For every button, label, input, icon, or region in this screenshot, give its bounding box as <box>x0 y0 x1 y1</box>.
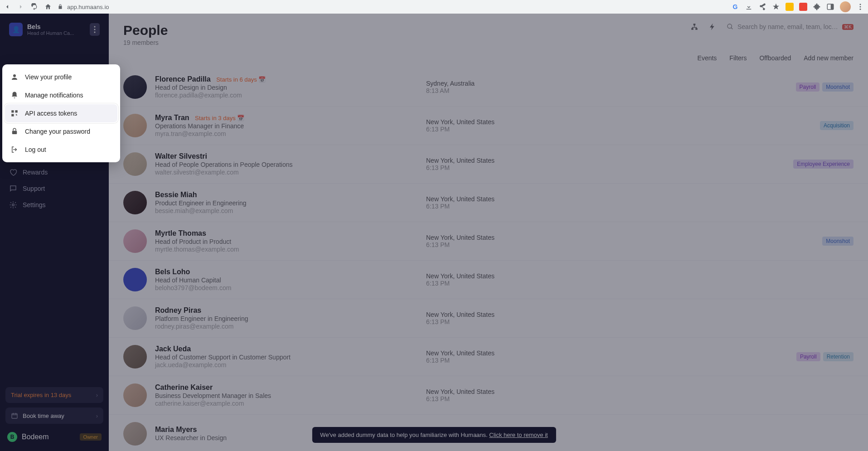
person-time: 8:13 AM <box>426 87 535 94</box>
lock-icon <box>57 4 63 10</box>
person-email: catherine.kaiser@example.com <box>155 400 418 407</box>
person-row[interactable]: Walter Silvestri Head of People Operatio… <box>109 145 868 184</box>
svg-rect-15 <box>691 28 693 30</box>
browser-menu-icon[interactable] <box>856 3 864 11</box>
person-row[interactable]: Myra Tran Starts in 3 days 📅 Operations … <box>109 107 868 145</box>
toolbar-filters[interactable]: Filters <box>729 54 747 62</box>
dropdown-view-profile[interactable]: View your profile <box>2 68 120 86</box>
browser-profile-avatar[interactable] <box>840 1 851 12</box>
svg-rect-1 <box>831 4 834 10</box>
sidebar-item-rewards[interactable]: Rewards <box>5 164 103 180</box>
chevron-right-icon: › <box>96 392 98 398</box>
person-avatar <box>123 345 147 369</box>
person-avatar <box>123 152 147 176</box>
svg-point-4 <box>860 9 861 10</box>
person-avatar <box>123 268 147 291</box>
reload-icon[interactable] <box>31 3 38 10</box>
svg-point-12 <box>12 204 15 206</box>
lock-icon <box>10 127 19 136</box>
toolbar-events[interactable]: Events <box>698 54 717 62</box>
person-time: 6:13 PM <box>426 357 535 364</box>
person-row[interactable]: Bels Loho Head of Human Capital beloho37… <box>109 261 868 299</box>
dropdown-notifications[interactable]: Manage notifications <box>2 86 120 104</box>
dropdown-label: Log out <box>25 146 46 153</box>
person-email: rodney.piras@example.com <box>155 323 418 330</box>
person-time: 6:13 PM <box>426 164 535 171</box>
member-count: 19 members <box>123 39 168 46</box>
person-avatar <box>123 306 147 330</box>
bolt-icon[interactable] <box>708 23 717 31</box>
person-location: New York, United States <box>426 118 535 126</box>
svg-rect-19 <box>11 110 14 112</box>
search-box[interactable]: Search by name, email, team, location ⌘K <box>727 23 853 30</box>
toast-link[interactable]: Click here to remove it <box>489 432 548 438</box>
svg-rect-14 <box>693 24 696 25</box>
person-avatar <box>123 75 147 99</box>
toolbar-offboarded[interactable]: Offboarded <box>759 54 791 62</box>
person-name: Maria Myers <box>155 426 197 433</box>
toolbar-add-member[interactable]: Add new member <box>804 54 853 62</box>
person-location: New York, United States <box>426 272 535 280</box>
url-bar[interactable]: app.humaans.io <box>57 4 726 10</box>
person-row[interactable]: Florence Padilla Starts in 6 days 📅 Head… <box>109 68 868 107</box>
sidebar-item-settings[interactable]: Settings <box>5 197 103 213</box>
svg-rect-22 <box>12 131 17 135</box>
user-menu-button[interactable] <box>90 23 100 36</box>
person-time: 6:13 PM <box>426 395 535 403</box>
google-icon[interactable]: G <box>731 3 739 11</box>
trial-pill[interactable]: Trial expires in 13 days › <box>5 387 103 403</box>
person-location: New York, United States <box>426 349 535 357</box>
person-row[interactable]: Jack Ueda Head of Customer Support in Cu… <box>109 338 868 376</box>
chat-icon <box>9 184 17 193</box>
sidepanel-icon[interactable] <box>826 3 834 11</box>
person-tags: Moonshot <box>822 237 853 246</box>
person-role: Head of Human Capital <box>155 276 418 284</box>
install-icon[interactable] <box>745 3 753 11</box>
page-title: People <box>123 23 168 38</box>
extension-icon-1[interactable] <box>786 3 794 11</box>
home-icon[interactable] <box>44 3 52 10</box>
extensions-icon[interactable] <box>813 3 821 11</box>
sidebar-item-support[interactable]: Support <box>5 180 103 197</box>
person-time: 6:13 PM <box>426 126 535 133</box>
star-icon[interactable] <box>772 3 780 11</box>
user-header[interactable]: 👤 Bels Head of Human Ca... <box>5 19 103 40</box>
calendar-icon <box>11 412 18 419</box>
search-placeholder: Search by name, email, team, location <box>737 23 839 30</box>
person-email: beloho3797@bodeem.com <box>155 284 418 291</box>
person-time: 6:13 PM <box>426 318 535 325</box>
svg-point-5 <box>94 26 96 28</box>
sidebar-item-label: Settings <box>23 201 46 209</box>
url-text: app.humaans.io <box>67 4 109 10</box>
person-row[interactable]: Bessie Miah Product Engineer in Engineer… <box>109 184 868 222</box>
org-row[interactable]: B Bodeem Owner <box>5 428 103 446</box>
book-text: Book time away <box>23 412 64 419</box>
starts-badge: Starts in 6 days 📅 <box>216 76 266 83</box>
person-name: Rodney Piras <box>155 306 201 314</box>
person-avatar <box>123 229 147 253</box>
back-icon[interactable] <box>4 3 11 10</box>
person-avatar <box>123 191 147 214</box>
kebab-icon <box>94 26 96 33</box>
person-row[interactable]: Myrtle Thomas Head of Product in Product… <box>109 222 868 261</box>
share-icon[interactable] <box>758 3 766 11</box>
trial-text: Trial expires in 13 days <box>11 392 71 398</box>
dropdown-api-tokens[interactable]: API access tokens <box>5 104 117 122</box>
search-shortcut: ⌘K <box>842 24 853 30</box>
person-row[interactable]: Rodney Piras Platform Engineer in Engine… <box>109 299 868 338</box>
person-row[interactable]: Catherine Kaiser Business Development Ma… <box>109 376 868 415</box>
person-name: Walter Silvestri <box>155 152 207 160</box>
forward-icon[interactable] <box>17 3 24 10</box>
org-chart-icon[interactable] <box>690 23 698 31</box>
browser-chrome: app.humaans.io G <box>0 0 868 14</box>
book-time-pill[interactable]: Book time away › <box>5 407 103 424</box>
person-role: Operations Manager in Finance <box>155 122 418 130</box>
logout-icon <box>10 145 19 154</box>
svg-point-17 <box>727 24 732 28</box>
tag: Acquisition <box>820 121 853 130</box>
dropdown-change-password[interactable]: Change your password <box>2 122 120 141</box>
extension-icon-2[interactable] <box>799 3 807 11</box>
toolbar: Events Filters Offboarded Add new member <box>109 50 868 68</box>
dropdown-logout[interactable]: Log out <box>2 141 120 159</box>
person-email: bessie.miah@example.com <box>155 207 418 214</box>
